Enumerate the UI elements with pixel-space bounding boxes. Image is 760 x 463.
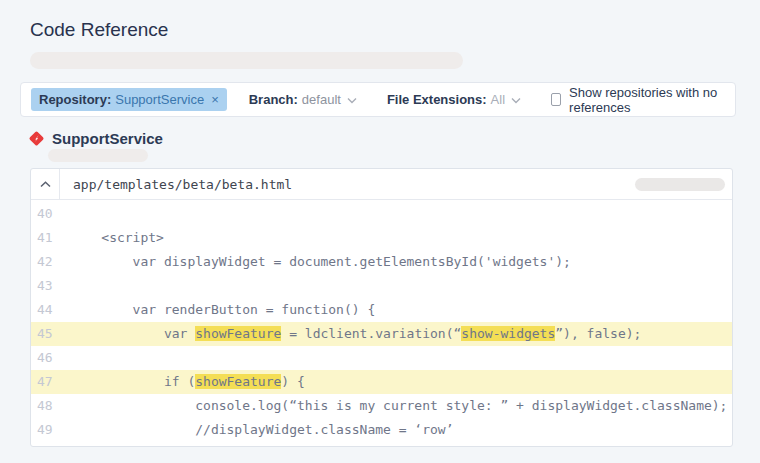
show-no-references-toggle[interactable]: Show repositories with no references — [551, 85, 725, 115]
code-text: var showFeature = ldclient.variation(“sh… — [70, 322, 641, 346]
line-number: 41 — [31, 226, 70, 250]
chevron-down-icon — [511, 92, 521, 107]
page-title: Code Reference — [30, 19, 168, 41]
code-line: 41 <script> — [31, 226, 732, 250]
file-extensions-filter-dropdown[interactable]: File Extensions: All — [387, 92, 521, 107]
filter-bar: Repository: SupportService × Branch: def… — [20, 82, 736, 117]
code-panel-header: app/templates/beta/beta.html — [31, 169, 732, 200]
code-text: console.log(“this is my current style: ”… — [70, 394, 727, 418]
code-reference-panel: app/templates/beta/beta.html 4041 <scrip… — [30, 168, 733, 447]
repository-chip-value: SupportService — [115, 92, 204, 107]
code-line: 45 var showFeature = ldclient.variation(… — [31, 322, 732, 346]
line-number: 45 — [31, 322, 70, 346]
line-number: 48 — [31, 394, 70, 418]
code-line: 49 //displayWidget.className = ‘row’ — [31, 418, 732, 442]
loading-skeleton-bar — [30, 52, 463, 69]
branch-filter-dropdown[interactable]: Branch: default — [249, 92, 357, 107]
line-number: 47 — [31, 370, 70, 394]
branch-filter-value: default — [302, 92, 341, 107]
loading-skeleton-pill — [635, 178, 725, 191]
line-number: 43 — [31, 274, 70, 298]
loading-skeleton-bar — [48, 149, 148, 162]
repository-heading: SupportService — [28, 130, 163, 147]
repository-filter-chip[interactable]: Repository: SupportService × — [31, 88, 227, 111]
file-path: app/templates/beta/beta.html — [60, 177, 292, 192]
code-text: var displayWidget = document.getElements… — [70, 250, 571, 274]
repository-name[interactable]: SupportService — [52, 130, 163, 147]
line-number: 49 — [31, 418, 70, 442]
repository-chip-label: Repository: — [39, 92, 111, 107]
repository-icon — [28, 130, 45, 147]
code-reference-page: Code Reference Repository: SupportServic… — [0, 0, 760, 463]
file-extensions-filter-label: File Extensions: — [387, 92, 487, 107]
code-line: 43 — [31, 274, 732, 298]
show-no-references-label: Show repositories with no references — [569, 85, 725, 115]
chevron-down-icon — [347, 92, 357, 107]
show-no-references-checkbox[interactable] — [551, 93, 561, 106]
line-number: 40 — [31, 202, 70, 226]
line-number: 44 — [31, 298, 70, 322]
code-line: 44 var renderButton = function() { — [31, 298, 732, 322]
chevron-up-icon — [40, 181, 51, 188]
line-number: 42 — [31, 250, 70, 274]
code-text: if (showFeature) { — [70, 370, 305, 394]
code-text: <script> — [70, 226, 164, 250]
collapse-panel-button[interactable] — [31, 169, 59, 199]
code-line: 42 var displayWidget = document.getEleme… — [31, 250, 732, 274]
code-body: 4041 <script>42 var displayWidget = docu… — [31, 200, 732, 446]
file-extensions-filter-value: All — [491, 92, 505, 107]
code-text: //displayWidget.className = ‘row’ — [70, 418, 454, 442]
code-line: 46 — [31, 346, 732, 370]
code-text: var renderButton = function() { — [70, 298, 375, 322]
code-line: 47 if (showFeature) { — [31, 370, 732, 394]
line-number: 46 — [31, 346, 70, 370]
branch-filter-label: Branch: — [249, 92, 298, 107]
remove-filter-icon[interactable]: × — [211, 92, 219, 107]
code-line: 48 console.log(“this is my current style… — [31, 394, 732, 418]
code-line: 40 — [31, 202, 732, 226]
